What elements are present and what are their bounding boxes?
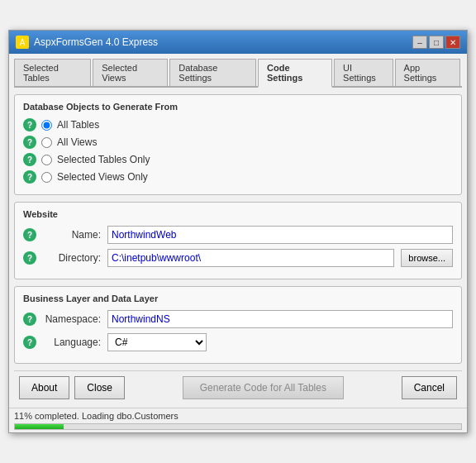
help-icon-all-tables: ? (23, 118, 36, 131)
radio-selected-views-label: Selected Views Only (57, 171, 148, 183)
db-objects-title: Database Objects to Generate From (23, 102, 453, 112)
radio-all-tables[interactable] (41, 120, 52, 131)
help-icon-selected-views: ? (23, 170, 36, 184)
about-button[interactable]: About (19, 376, 69, 399)
cancel-button[interactable]: Cancel (402, 376, 457, 399)
radio-selected-views[interactable] (41, 172, 52, 183)
db-objects-section: Database Objects to Generate From ? All … (14, 94, 462, 195)
radio-row-selected-tables: ? Selected Tables Only (23, 153, 453, 166)
window-close-button[interactable]: ✕ (445, 36, 460, 49)
titlebar: A AspxFormsGen 4.0 Express – □ ✕ (9, 31, 467, 54)
business-layer-section: Business Layer and Data Layer ? Namespac… (14, 286, 462, 364)
namespace-row: ? Namespace: (23, 310, 453, 328)
minimize-button[interactable]: – (412, 36, 427, 49)
titlebar-left: A AspxFormsGen 4.0 Express (16, 36, 158, 49)
radio-all-views-label: All Views (57, 136, 97, 148)
close-button[interactable]: Close (74, 376, 125, 399)
tab-selected-views[interactable]: Selected Views (93, 59, 168, 86)
main-content: Selected Tables Selected Views Database … (9, 54, 467, 408)
tab-selected-tables[interactable]: Selected Tables (14, 59, 91, 86)
namespace-input[interactable] (107, 310, 453, 328)
radio-row-all-tables: ? All Tables (23, 118, 453, 131)
website-section: Website ? Name: ? Directory: browse... (14, 202, 462, 279)
maximize-button[interactable]: □ (429, 36, 444, 49)
radio-all-tables-label: All Tables (57, 119, 99, 131)
progress-bar (15, 424, 64, 429)
help-icon-selected-tables: ? (23, 153, 36, 166)
radio-selected-tables-label: Selected Tables Only (57, 154, 150, 165)
tab-bar: Selected Tables Selected Views Database … (14, 59, 462, 88)
directory-label: Directory: (43, 252, 101, 264)
language-select[interactable]: C# VB.NET (107, 333, 207, 351)
help-icon-directory: ? (23, 251, 36, 265)
namespace-label: Namespace: (43, 313, 101, 325)
app-icon: A (16, 36, 29, 49)
bottom-left-buttons: About Close (19, 376, 125, 399)
help-icon-language: ? (23, 336, 36, 349)
tab-database-settings[interactable]: Database Settings (169, 59, 256, 86)
language-row: ? Language: C# VB.NET (23, 333, 453, 351)
status-bar: 11% completed. Loading dbo.Customers (9, 408, 467, 432)
business-layer-title: Business Layer and Data Layer (23, 294, 453, 303)
radio-all-views[interactable] (41, 137, 52, 148)
name-label: Name: (43, 229, 101, 241)
progress-container (14, 423, 462, 430)
help-icon-name: ? (23, 228, 36, 241)
titlebar-buttons: – □ ✕ (412, 36, 460, 49)
window-title: AspxFormsGen 4.0 Express (34, 36, 158, 48)
help-icon-all-views: ? (23, 136, 36, 149)
browse-button[interactable]: browse... (401, 249, 453, 267)
language-label: Language: (43, 337, 101, 348)
website-directory-row: ? Directory: browse... (23, 249, 453, 267)
tab-ui-settings[interactable]: UI Settings (334, 59, 393, 86)
tab-code-settings[interactable]: Code Settings (258, 59, 332, 88)
main-window: A AspxFormsGen 4.0 Express – □ ✕ Selecte… (8, 30, 468, 433)
radio-selected-tables[interactable] (41, 155, 52, 165)
help-icon-namespace: ? (23, 313, 36, 326)
website-title: Website (23, 209, 453, 219)
generate-button[interactable]: Generate Code for All Tables (183, 376, 344, 399)
website-directory-input[interactable] (107, 249, 394, 267)
status-text: 11% completed. Loading dbo.Customers (14, 411, 178, 421)
tab-app-settings[interactable]: App Settings (395, 59, 460, 86)
radio-row-selected-views: ? Selected Views Only (23, 170, 453, 184)
website-name-row: ? Name: (23, 226, 453, 244)
radio-row-all-views: ? All Views (23, 136, 453, 149)
bottom-bar: About Close Generate Code for All Tables… (14, 370, 462, 403)
website-name-input[interactable] (107, 226, 453, 244)
